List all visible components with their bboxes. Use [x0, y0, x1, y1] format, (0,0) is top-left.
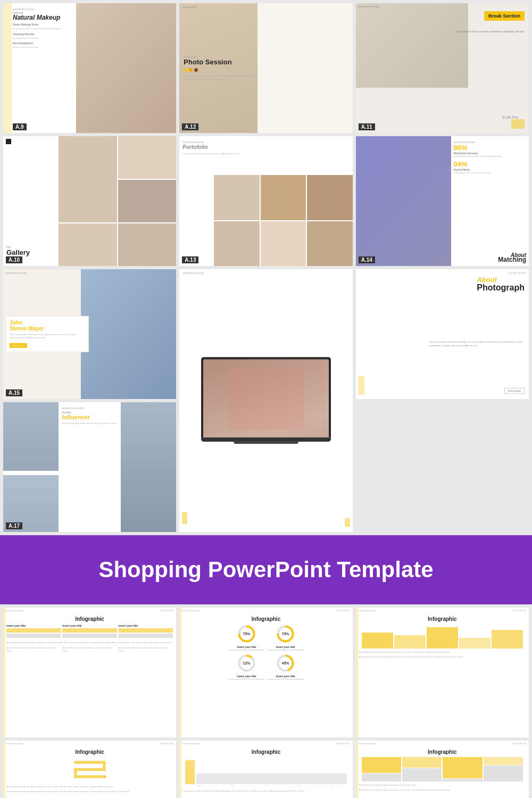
- inf3-bar5: [492, 630, 523, 649]
- inf2-subtitle: wonderful serenity: [182, 609, 199, 612]
- inf1-col3-bar: [119, 628, 173, 633]
- slide-card-a12[interactable]: photography Photo Session Lorem ipsum do…: [179, 3, 352, 133]
- about-photograph-label: Photograph: [477, 284, 525, 292]
- inf2-donut1: 75%: [237, 625, 256, 643]
- inf-slide-3[interactable]: wonderful serenity 01/ 02/ 03/ 04/ Infog…: [356, 608, 529, 737]
- inf1-col2-bar: [62, 628, 117, 633]
- inf1-col2-title: insert your title: [62, 624, 117, 627]
- inf5-page: 01/ 02/ 03/ 04/: [336, 742, 350, 745]
- inf3-bar4: [459, 638, 491, 649]
- slide-card-a9[interactable]: wonderful serenity Natural Natural Makeu…: [3, 3, 176, 133]
- infographic-row-2: wonderful serenity 01/ 02/ 03/ 04/ Infog…: [0, 741, 532, 798]
- inf4-text2: A wonderful serenity has taken possessio…: [6, 790, 173, 793]
- slide-a12-num: A.12: [182, 123, 198, 130]
- about-show-images-btn[interactable]: Show Images: [504, 388, 525, 394]
- inf-slide-6[interactable]: wonderful serenity 01/ 02/ 03/ 04/ Infog…: [356, 741, 529, 798]
- port-cell-1: [214, 175, 259, 220]
- slide-card-a15[interactable]: wonderful serenity JohnSteven Mayer Sed …: [3, 269, 176, 399]
- slide-a14-num: A.14: [359, 256, 375, 263]
- inf4-subtitle: wonderful serenity: [6, 742, 23, 745]
- inf4-left-bar: [3, 741, 5, 798]
- slide-card-about-photo[interactable]: 01/ 02/ 03/ 04/ About Photograph Sed ut …: [356, 269, 529, 399]
- inf1-page: 01/ 02/ 03/ 04/: [160, 609, 174, 612]
- slide-a17-subtitle: wonderful serenity: [62, 406, 118, 410]
- laptop-deco-left: [182, 512, 187, 524]
- inf5-bar-bg: [196, 774, 346, 784]
- inf3-text1: A wonderful serenity has taken possessio…: [359, 651, 526, 654]
- inf3-text2: A wonderful serenity has taken possessio…: [359, 655, 526, 659]
- inf2-title: Infographic: [182, 616, 349, 622]
- inf6-bar1b: [362, 774, 401, 782]
- inf1-col2-bar2: [62, 634, 117, 638]
- port-cell-3: [307, 175, 352, 220]
- about-about-label: About: [477, 276, 525, 284]
- slide-a15-subtitle: wonderful serenity: [5, 271, 27, 275]
- slide-card-a11[interactable]: wonderful serenity Break Section Lorem i…: [356, 3, 529, 133]
- inf6-bar4b: [484, 766, 523, 782]
- inf1-left-bar: [3, 608, 5, 737]
- inf-photo-right: [121, 402, 176, 532]
- gallery-cell-3: [118, 180, 177, 222]
- inf5-left-bar: [179, 741, 181, 798]
- inf2-donut3: 12%: [237, 654, 256, 672]
- svg-marker-12: [104, 775, 107, 779]
- slide-a9-sub1: Super Makeup Artist: [13, 23, 82, 26]
- inf1-col3-title: insert your title: [119, 624, 173, 627]
- inf4-snake-svg: [36, 758, 144, 782]
- slide-a17-num: A.17: [6, 522, 22, 529]
- john-btn[interactable]: About Profile: [10, 343, 27, 348]
- slide-card-a13[interactable]: wonderful serenity Portofolio Lorem ipsu…: [179, 136, 352, 266]
- inf3-bar1: [362, 633, 393, 649]
- slide-a11-desc: Lorem ipsum dolor sit amet consectetur a…: [455, 30, 525, 33]
- john-name: JohnSteven Mayer: [10, 320, 85, 331]
- inf4-title: Infographic: [6, 749, 173, 755]
- svg-text:75%: 75%: [243, 632, 251, 636]
- svg-text:12%: 12%: [243, 661, 251, 665]
- inf4-page: 01/ 02/ 03/ 04/: [160, 742, 174, 745]
- banner-section: Shopping PowerPoint Template: [0, 535, 532, 604]
- slide-card-laptop[interactable]: wonderful serenity: [179, 269, 352, 532]
- slide-a11-num: A.11: [359, 123, 375, 130]
- slide-a11-subtitle: wonderful serenity: [358, 5, 380, 8]
- slide-card-a10[interactable]: Our Gallery A.10: [3, 136, 176, 266]
- inf6-bar3a: [443, 757, 482, 778]
- inf1-body-text: A wonderful serenity has taken possessio…: [6, 641, 173, 644]
- svg-text:45%: 45%: [282, 661, 290, 665]
- inf-slide-4[interactable]: wonderful serenity 01/ 02/ 03/ 04/ Infog…: [3, 741, 176, 798]
- inf2-page: 01/ 02/ 03/ 04/: [336, 609, 350, 612]
- inf3-title: Infographic: [359, 616, 526, 622]
- inf6-left-bar: [356, 741, 358, 798]
- inf-slide-1[interactable]: wonderful serenity 01/ 02/ 03/ 04/ Infog…: [3, 608, 176, 737]
- inf1-subtitle: wonderful serenity: [6, 609, 23, 612]
- matching-photo: [356, 136, 451, 266]
- inf-slide-5[interactable]: wonderful serenity 01/ 02/ 03/ 04/ Infog…: [179, 741, 352, 798]
- slide-card-a14[interactable]: wonderful serenity 86% Wonderful Serenit…: [356, 136, 529, 266]
- inf-influencer: Influencer: [62, 414, 118, 420]
- inf2-desc1: Lorem ipsum dolor sit amet adipiscing: [229, 649, 264, 651]
- inf2-donut2: 75%: [276, 625, 295, 643]
- john-photo: [81, 269, 176, 399]
- slide-a9-desc2: Lorem ipsum dolor sit amet: [13, 37, 82, 40]
- port-cell-2: [261, 175, 306, 220]
- slide-a9-sub3: Best Equipment: [13, 41, 82, 45]
- slide-a13-title: Portofolio: [182, 144, 207, 150]
- inf1-col3-bar2: [119, 634, 173, 638]
- inf3-bar3: [427, 627, 458, 649]
- inf3-bar2: [394, 635, 426, 649]
- inf5-title: Infographic: [182, 749, 349, 755]
- spacer-cell: [356, 402, 529, 532]
- slide-a13-desc: Lorem ipsum dolor sit amet consectetur a…: [182, 152, 243, 155]
- inf5-text: Lorem ipsum dolor sit amet consectetur a…: [182, 789, 349, 793]
- slide-card-a17[interactable]: wonderful serenity Notable Influencer Se…: [3, 402, 176, 532]
- inf4-text1: A wonderful serenity has taken possessio…: [6, 785, 173, 788]
- inf-slide-2[interactable]: wonderful serenity 01/ 02/ 03/ 04/ Infog…: [179, 608, 352, 737]
- gallery-accent: [6, 139, 11, 144]
- infographic-row-1: wonderful serenity 01/ 02/ 03/ 04/ Infog…: [0, 604, 532, 741]
- gallery-cell-5: [118, 223, 177, 266]
- inf2-donut4: 45%: [276, 654, 295, 672]
- laptop-deco-right: [345, 518, 350, 527]
- inf5-subtitle: wonderful serenity: [182, 742, 199, 745]
- inf6-bar1a: [362, 757, 401, 773]
- about-deco: [358, 376, 364, 395]
- inf6-page: 01/ 02/ 03/ 04/: [512, 742, 526, 745]
